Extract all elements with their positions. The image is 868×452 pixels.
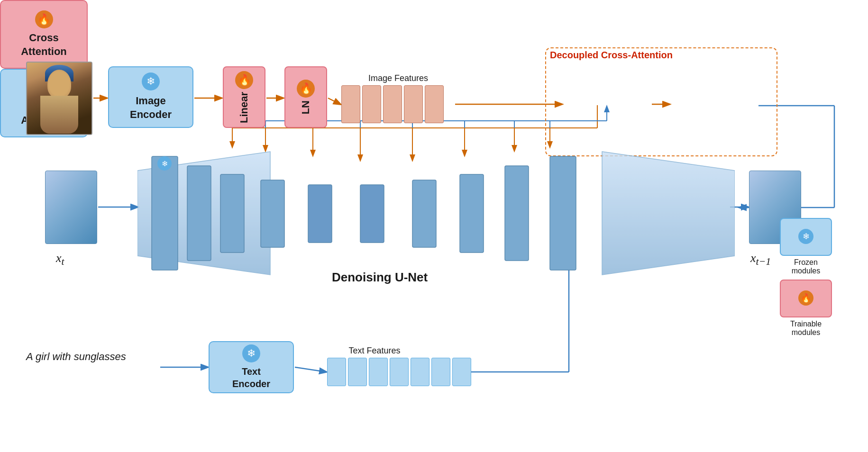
svg-rect-41 bbox=[412, 180, 436, 247]
svg-rect-42 bbox=[460, 174, 484, 253]
feature-cell-2 bbox=[362, 85, 381, 123]
text-encoder-label: TextEncoder bbox=[232, 365, 270, 390]
diagram-container: ❄ ImageEncoder 🔥 Linear 🔥 LN Image Featu… bbox=[0, 0, 868, 452]
ln-label: LN bbox=[300, 100, 312, 114]
text-cell-7 bbox=[452, 358, 471, 386]
svg-text:❄: ❄ bbox=[162, 160, 168, 168]
xt-box bbox=[45, 171, 97, 244]
text-features-grid bbox=[327, 358, 471, 386]
svg-rect-35 bbox=[152, 156, 178, 270]
ln-box: 🔥 LN bbox=[284, 66, 327, 128]
cross-attention-fire-box: 🔥 CrossAttention bbox=[0, 0, 88, 69]
svg-rect-38 bbox=[261, 180, 284, 247]
svg-rect-43 bbox=[505, 166, 529, 261]
snowflake-icon-text-encoder: ❄ bbox=[242, 344, 260, 362]
feature-cell-4 bbox=[404, 85, 423, 123]
text-cell-5 bbox=[411, 358, 429, 386]
decoupled-label: Decoupled Cross-Attention bbox=[550, 50, 673, 61]
snowflake-icon-encoder: ❄ bbox=[142, 72, 160, 90]
unet-svg: ❄ bbox=[137, 147, 735, 280]
svg-rect-40 bbox=[360, 185, 384, 243]
svg-line-3 bbox=[328, 98, 340, 104]
text-cell-2 bbox=[348, 358, 367, 386]
svg-rect-44 bbox=[550, 156, 576, 270]
svg-line-12 bbox=[295, 367, 326, 372]
feature-cell-5 bbox=[425, 85, 444, 123]
text-features-label: Text Features bbox=[327, 346, 422, 356]
input-image bbox=[26, 62, 92, 135]
fire-icon-legend: 🔥 bbox=[798, 290, 813, 306]
text-cell-3 bbox=[369, 358, 388, 386]
feature-cell-1 bbox=[341, 85, 360, 123]
image-encoder-box: ❄ ImageEncoder bbox=[108, 66, 193, 128]
unet-container: ❄ bbox=[137, 147, 735, 280]
svg-rect-36 bbox=[187, 166, 211, 261]
text-encoder-box: ❄ TextEncoder bbox=[209, 341, 294, 393]
svg-rect-37 bbox=[220, 174, 244, 253]
legend-frozen-label: Frozenmodules bbox=[768, 258, 844, 275]
unet-label: Denoising U-Net bbox=[332, 270, 428, 285]
feature-cell-3 bbox=[383, 85, 402, 123]
decoupled-box bbox=[545, 47, 777, 156]
image-features-label: Image Features bbox=[341, 73, 455, 83]
xt-label: xt bbox=[56, 251, 64, 268]
linear-label: Linear bbox=[238, 92, 250, 123]
linear-box: 🔥 Linear bbox=[223, 66, 265, 128]
fire-icon-linear: 🔥 bbox=[235, 71, 253, 89]
fire-icon-ln: 🔥 bbox=[297, 80, 315, 98]
snowflake-icon-legend: ❄ bbox=[798, 229, 813, 244]
fire-icon-cross-att: 🔥 bbox=[35, 10, 53, 28]
image-encoder-label: ImageEncoder bbox=[130, 94, 172, 121]
text-cell-6 bbox=[431, 358, 450, 386]
cross-attention-fire-label: CrossAttention bbox=[21, 31, 67, 58]
image-features-grid bbox=[341, 85, 444, 123]
text-prompt: A girl with sunglasses bbox=[26, 351, 126, 363]
text-cell-4 bbox=[390, 358, 409, 386]
legend-trainable-box: 🔥 bbox=[780, 280, 832, 317]
text-cell-1 bbox=[327, 358, 346, 386]
legend-frozen-box: ❄ bbox=[780, 218, 832, 256]
legend-trainable-label: Trainablemodules bbox=[768, 320, 844, 337]
svg-rect-39 bbox=[308, 185, 332, 243]
